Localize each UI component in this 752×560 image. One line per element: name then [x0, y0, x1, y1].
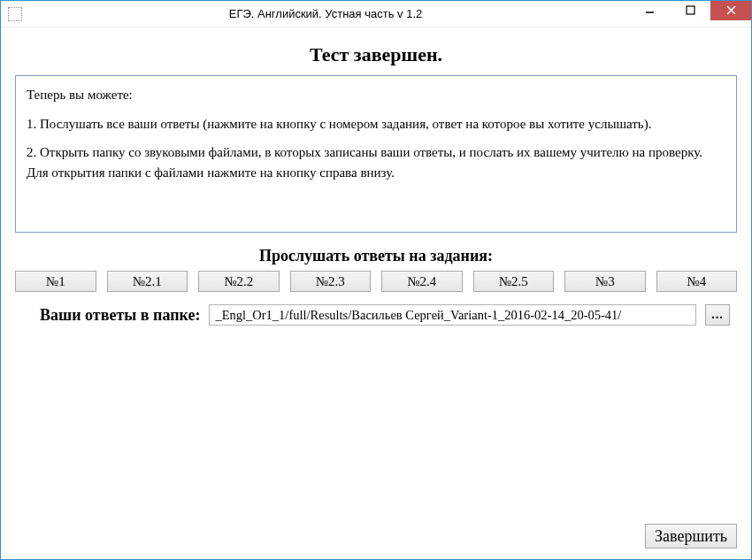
- minimize-button[interactable]: [629, 1, 670, 20]
- task-button-row: №1 №2.1 №2.2 №2.3 №2.4 №2.5 №3 №4: [15, 271, 737, 292]
- page-title: Тест завершен.: [15, 43, 737, 66]
- svg-rect-1: [687, 6, 694, 14]
- info-intro: Теперь вы можете:: [27, 85, 725, 105]
- browse-button[interactable]: ...: [705, 304, 730, 326]
- finish-button[interactable]: Завершить: [645, 524, 737, 548]
- folder-path-field[interactable]: _Engl_Or1_1/full/Results/Васильев Сергей…: [209, 304, 696, 326]
- task-button-2-1[interactable]: №2.1: [107, 271, 188, 292]
- client-area: Тест завершен. Теперь вы можете: 1. Посл…: [1, 27, 751, 559]
- close-icon: [726, 5, 736, 15]
- window-controls: [629, 1, 751, 20]
- app-icon: [8, 7, 22, 21]
- titlebar: ЕГЭ. Английский. Устная часть v 1.2: [1, 1, 751, 27]
- listen-heading: Прослушать ответы на задания:: [15, 247, 737, 265]
- info-step-2: 2. Открыть папку со звуковыми файлами, в…: [27, 142, 725, 182]
- window-title: ЕГЭ. Английский. Устная часть v 1.2: [22, 7, 629, 20]
- app-window: ЕГЭ. Английский. Устная часть v 1.2 Тест…: [0, 0, 752, 560]
- task-button-2-2[interactable]: №2.2: [198, 271, 280, 292]
- maximize-icon: [686, 5, 695, 15]
- minimize-icon: [645, 5, 655, 15]
- maximize-button[interactable]: [670, 1, 710, 20]
- task-button-1[interactable]: №1: [15, 271, 96, 292]
- task-button-2-3[interactable]: №2.3: [290, 271, 372, 292]
- info-panel: Теперь вы можете: 1. Послушать все ваши …: [15, 75, 737, 233]
- close-button[interactable]: [710, 1, 751, 20]
- task-button-2-5[interactable]: №2.5: [473, 271, 555, 292]
- task-button-2-4[interactable]: №2.4: [381, 271, 463, 292]
- folder-row: Ваши ответы в папке: _Engl_Or1_1/full/Re…: [15, 304, 737, 326]
- task-button-4[interactable]: №4: [656, 271, 738, 292]
- info-step-1: 1. Послушать все ваши ответы (нажмите на…: [27, 114, 725, 134]
- folder-label: Ваши ответы в папке:: [22, 306, 200, 325]
- task-button-3[interactable]: №3: [564, 271, 646, 292]
